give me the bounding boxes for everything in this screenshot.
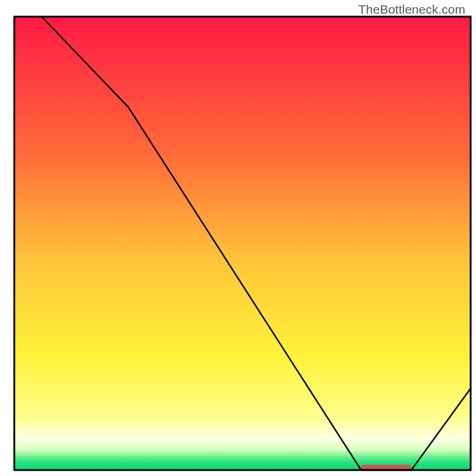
plot-area — [14, 17, 471, 471]
chart-svg — [0, 0, 476, 476]
watermark-text: TheBottleneck.com — [358, 2, 465, 17]
bottleneck-chart: TheBottleneck.com — [0, 0, 476, 476]
gradient-background — [14, 17, 471, 470]
